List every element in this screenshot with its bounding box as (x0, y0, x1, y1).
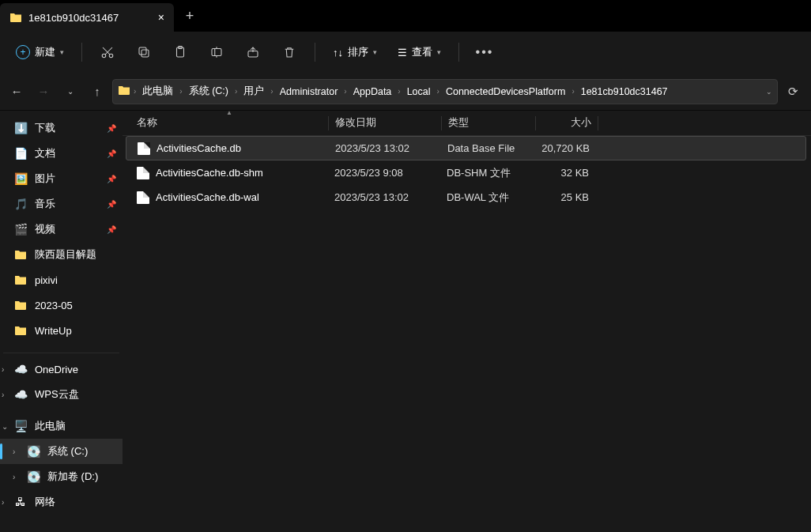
breadcrumb-item[interactable]: Administrator (277, 85, 341, 99)
copy-button[interactable] (128, 38, 160, 66)
share-button[interactable] (237, 38, 269, 66)
rename-button[interactable] (201, 38, 232, 66)
pin-icon[interactable]: 📌 (107, 225, 116, 234)
breadcrumb-item[interactable]: AppData (350, 85, 395, 99)
new-tab-button[interactable]: + (174, 0, 206, 32)
chevron-right-icon: › (398, 87, 400, 96)
column-label: 名称 (137, 116, 157, 130)
file-name: ActivitiesCache.db-shm (156, 167, 263, 179)
sidebar-item-label: OneDrive (35, 364, 78, 375)
sidebar-item-label: 此电脑 (35, 419, 66, 433)
download-icon: ⬇️ (14, 122, 27, 134)
sidebar-item-thispc[interactable]: ⌄ 🖥️ 此电脑 (0, 413, 123, 439)
drive-icon: 💽 (27, 470, 40, 483)
sidebar-item-quick[interactable]: pixivi (0, 267, 123, 292)
tab-bar: 1e81cb910dc31467 × + (0, 0, 811, 32)
close-icon[interactable]: × (158, 11, 164, 24)
chevron-right-icon: › (235, 87, 237, 96)
video-icon: 🎬 (14, 223, 27, 236)
up-button[interactable]: ↑ (85, 80, 109, 104)
cut-button[interactable] (92, 38, 123, 66)
view-button[interactable]: ☰ 查看 ▾ (390, 40, 449, 64)
pin-icon[interactable]: 📌 (107, 200, 116, 209)
chevron-right-icon: › (571, 87, 574, 96)
breadcrumb-item[interactable]: 用户 (240, 83, 267, 100)
breadcrumb-item[interactable]: 1e81cb910dc31467 (578, 85, 671, 99)
breadcrumb-item[interactable]: Local (404, 85, 434, 99)
column-name[interactable]: ▲ 名称 (130, 111, 328, 135)
file-type: DB-SHM 文件 (440, 166, 534, 180)
pin-icon[interactable]: 📌 (107, 175, 116, 183)
sidebar-item-quick[interactable]: WriteUp (0, 318, 123, 343)
new-button[interactable]: + 新建 ▾ (8, 40, 72, 64)
back-button[interactable]: ← (5, 80, 28, 104)
sidebar-item-quick[interactable]: 🎬 视频 📌 (0, 217, 123, 242)
view-label: 查看 (412, 45, 432, 59)
address-row: ← → ⌄ ↑ › 此电脑 › 系统 (C:) › 用户 › Administr… (0, 73, 811, 111)
sidebar-item-quick[interactable]: ⬇️ 下载 📌 (0, 115, 123, 141)
chevron-right-icon[interactable]: › (2, 498, 4, 507)
delete-button[interactable] (273, 38, 305, 66)
sidebar-item-cloud[interactable]: › ☁️ WPS云盘 (0, 382, 123, 407)
tab-title: 1e81cb910dc31467 (28, 12, 119, 24)
column-type[interactable]: 类型 (442, 111, 535, 135)
forward-button[interactable]: → (32, 80, 55, 104)
file-list: ActivitiesCache.db 2023/5/23 13:02 Data … (123, 136, 811, 532)
breadcrumb-item[interactable]: ConnectedDevicesPlatform (443, 85, 568, 99)
drive-icon: 💽 (27, 445, 40, 458)
file-name: ActivitiesCache.db-wal (156, 191, 259, 203)
folder-icon (14, 248, 27, 261)
cloud-icon: ☁️ (14, 388, 27, 401)
sidebar-item-quick[interactable]: 📄 文档 📌 (0, 141, 123, 166)
sidebar-item-quick[interactable]: 2023-05 (0, 292, 123, 318)
sidebar-item-quick[interactable]: 🎵 音乐 📌 (0, 191, 123, 217)
file-row[interactable]: ActivitiesCache.db-shm 2023/5/23 9:08 DB… (123, 160, 811, 185)
folder-icon (14, 299, 27, 311)
sidebar-item-label: 网络 (35, 495, 55, 509)
file-icon (137, 191, 149, 204)
sidebar-item-label: 文档 (35, 146, 55, 160)
sort-button[interactable]: ↑↓ 排序 ▾ (325, 40, 385, 64)
file-size: 20,720 KB (534, 142, 596, 154)
breadcrumb-item[interactable]: 系统 (C:) (186, 83, 232, 100)
chevron-right-icon[interactable]: › (2, 391, 4, 399)
chevron-right-icon[interactable]: › (13, 473, 15, 481)
file-size: 32 KB (534, 167, 595, 179)
paste-button[interactable] (164, 38, 196, 66)
svg-rect-3 (139, 47, 146, 55)
sort-icon: ↑↓ (333, 47, 343, 58)
file-row[interactable]: ActivitiesCache.db-wal 2023/5/23 13:02 D… (123, 185, 811, 209)
toolbar: + 新建 ▾ ↑↓ 排序 ▾ ☰ 查看 ▾ ••• (0, 32, 811, 73)
content: ▲ 名称 修改日期 类型 大小 ActivitiesCache.db 2023/… (123, 111, 811, 532)
svg-rect-2 (141, 50, 149, 57)
doc-icon: 📄 (14, 147, 27, 160)
chevron-right-icon[interactable]: › (13, 447, 15, 456)
column-label: 类型 (448, 116, 469, 130)
sidebar-item-drive[interactable]: › 💽 系统 (C:) (0, 439, 123, 464)
sidebar-item-label: 新加卷 (D:) (47, 470, 98, 484)
pin-icon[interactable]: 📌 (107, 124, 116, 133)
breadcrumb-item[interactable]: 此电脑 (139, 83, 176, 100)
chevron-down-icon: ▾ (437, 48, 441, 56)
sidebar-item-network[interactable]: › 🖧 网络 (0, 489, 123, 515)
column-date[interactable]: 修改日期 (329, 111, 441, 135)
chevron-right-icon: › (344, 87, 346, 96)
tab-current[interactable]: 1e81cb910dc31467 × (0, 3, 174, 32)
file-row[interactable]: ActivitiesCache.db 2023/5/23 13:02 Data … (126, 136, 806, 160)
column-size[interactable]: 大小 (536, 111, 598, 135)
chevron-right-icon: › (134, 87, 136, 96)
breadcrumb[interactable]: › 此电脑 › 系统 (C:) › 用户 › Administrator › A… (112, 79, 778, 104)
file-icon (137, 167, 149, 179)
chevron-right-icon[interactable]: › (2, 365, 4, 374)
chevron-down-icon[interactable]: ⌄ (766, 88, 772, 96)
pin-icon[interactable]: 📌 (107, 149, 116, 158)
chevron-down-icon: ▾ (373, 48, 377, 56)
sidebar-item-quick[interactable]: 🖼️ 图片 📌 (0, 166, 123, 191)
sidebar-item-quick[interactable]: 陕西题目解题 (0, 242, 123, 267)
refresh-button[interactable]: ⟳ (781, 80, 805, 104)
recent-button[interactable]: ⌄ (58, 80, 82, 104)
chevron-down-icon[interactable]: ⌄ (2, 422, 8, 431)
sidebar-item-cloud[interactable]: › ☁️ OneDrive (0, 357, 123, 382)
sidebar-item-drive[interactable]: › 💽 新加卷 (D:) (0, 464, 123, 489)
more-button[interactable]: ••• (469, 38, 500, 66)
